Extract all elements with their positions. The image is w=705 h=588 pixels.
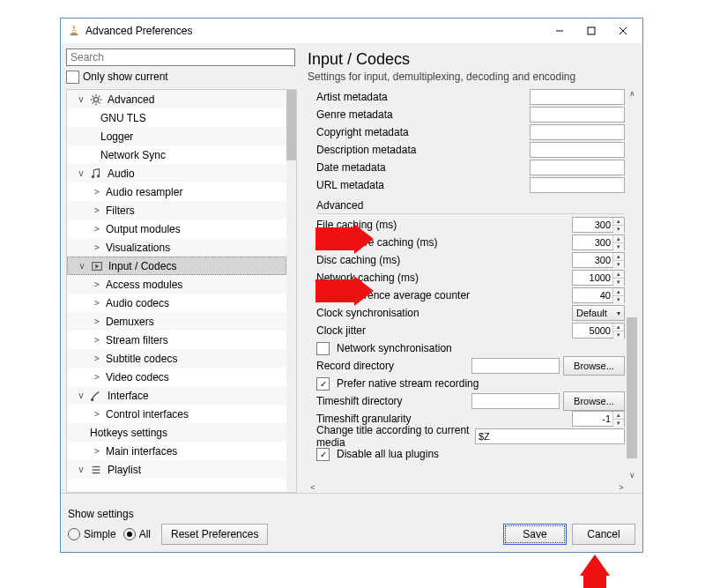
radio-all[interactable] [123, 528, 136, 540]
timeshift-dir-browse-button[interactable]: Browse... [563, 391, 625, 411]
spin-buttons[interactable]: ▴▾ [612, 324, 624, 338]
chevron-right-icon[interactable] [92, 446, 102, 456]
tree-item-interface[interactable]: Interface [67, 386, 286, 405]
chevron-right-icon[interactable] [92, 298, 102, 308]
chevron-right-icon[interactable] [92, 279, 102, 289]
spin-buttons[interactable]: ▴▾ [612, 218, 624, 232]
settings-vertical-scrollbar[interactable]: ∧ ∨ [627, 88, 637, 480]
save-button[interactable]: Save [503, 524, 567, 545]
spin-buttons[interactable]: ▴▾ [612, 253, 624, 267]
scroll-down-icon[interactable]: ∨ [627, 470, 637, 480]
chevron-down-icon[interactable] [76, 465, 86, 474]
tree-item-control-interfaces[interactable]: Control interfaces [67, 405, 286, 423]
minimize-button[interactable] [544, 20, 575, 41]
chevron-right-icon[interactable] [92, 224, 102, 234]
prefer-native-row[interactable]: Prefer native stream recording [316, 375, 625, 392]
cancel-button[interactable]: Cancel [572, 524, 635, 545]
disc-caching-input[interactable]: 300 [573, 253, 612, 267]
timeshift-dir-input[interactable] [471, 393, 560, 409]
clock-sync-combo[interactable]: Default▾ [572, 305, 625, 321]
tree-item-filters[interactable]: Filters [67, 201, 286, 220]
disable-lua-row[interactable]: Disable all lua plugins [316, 445, 625, 463]
settings-vertical-thumb[interactable] [627, 317, 637, 458]
chevron-down-icon[interactable] [77, 261, 87, 271]
gear-icon [90, 93, 102, 106]
description-metadata-input[interactable] [530, 142, 625, 158]
chevron-down-icon[interactable] [76, 94, 86, 104]
clock-jitter-spin[interactable]: 5000▴▾ [572, 323, 625, 339]
disc-caching-spin[interactable]: 300▴▾ [572, 252, 625, 268]
live-caching-input[interactable]: 300 [573, 235, 612, 249]
clock-ref-input[interactable]: 40 [573, 288, 612, 302]
genre-metadata-input[interactable] [530, 107, 625, 123]
tree-item-logger[interactable]: Logger [67, 127, 286, 145]
timeshift-gran-input[interactable]: -1 [573, 412, 612, 426]
chevron-right-icon[interactable] [92, 372, 102, 382]
tree-item-video-codecs[interactable]: Video codecs [67, 368, 286, 386]
network-caching-spin[interactable]: 1000▴▾ [572, 270, 625, 286]
network-sync-checkbox[interactable] [316, 342, 330, 355]
timeshift-gran-spin[interactable]: -1▴▾ [572, 411, 625, 427]
file-caching-input[interactable]: 300 [573, 218, 612, 232]
maximize-button[interactable] [575, 20, 607, 41]
record-dir-input[interactable] [471, 358, 560, 374]
chevron-down-icon[interactable] [76, 391, 86, 400]
tree-item-network-sync[interactable]: Network Sync [67, 145, 286, 164]
tree-item-visualizations[interactable]: Visualizations [67, 238, 286, 257]
chevron-right-icon[interactable] [92, 205, 102, 215]
timeshift-gran-label: Timeshift granularity [316, 413, 572, 425]
tree-item-audio-resampler[interactable]: Audio resampler [67, 182, 286, 201]
chevron-right-icon[interactable] [92, 187, 102, 197]
tree-item-gnu-tls[interactable]: GNU TLS [67, 108, 286, 127]
chevron-down-icon[interactable] [76, 168, 86, 178]
spin-buttons[interactable]: ▴▾ [612, 288, 624, 302]
only-show-current-row[interactable]: Only show current [66, 68, 302, 86]
clock-jitter-input[interactable]: 5000 [573, 324, 612, 338]
file-caching-spin[interactable]: 300▴▾ [572, 217, 625, 233]
chevron-right-icon[interactable] [92, 335, 102, 345]
radio-simple[interactable] [68, 528, 80, 540]
date-metadata-input[interactable] [530, 160, 625, 175]
only-show-current-checkbox[interactable] [66, 71, 79, 84]
search-input[interactable] [66, 48, 295, 66]
url-metadata-input[interactable] [530, 177, 625, 193]
tree-item-advanced[interactable]: Advanced [67, 90, 286, 108]
spin-buttons[interactable]: ▴▾ [612, 235, 624, 249]
prefer-native-checkbox[interactable] [316, 377, 330, 391]
scroll-up-icon[interactable]: ∧ [627, 88, 637, 99]
tree-item-playlist[interactable]: Playlist [67, 460, 286, 479]
chevron-right-icon[interactable] [92, 316, 102, 326]
copyright-metadata-input[interactable] [530, 124, 625, 140]
tree-scrollbar[interactable] [286, 90, 296, 492]
change-title-input[interactable] [475, 428, 625, 444]
scroll-left-icon[interactable]: < [308, 482, 318, 493]
disable-lua-checkbox[interactable] [316, 448, 330, 461]
chevron-right-icon[interactable] [92, 354, 102, 363]
tree-item-hotkeys-settings[interactable]: Hotkeys settings [67, 423, 286, 442]
chevron-right-icon[interactable] [92, 242, 102, 252]
settings-horizontal-scrollbar[interactable]: < > [308, 482, 627, 493]
tree-item-audio[interactable]: Audio [67, 164, 286, 182]
tree-item-output-modules[interactable]: Output modules [67, 220, 286, 238]
spin-buttons[interactable]: ▴▾ [612, 271, 624, 285]
tree-item-demuxers[interactable]: Demuxers [67, 312, 286, 331]
disable-lua-label: Disable all lua plugins [337, 448, 625, 460]
tree-scrollbar-thumb[interactable] [286, 90, 296, 160]
tree-item-access-modules[interactable]: Access modules [67, 275, 286, 294]
tree-item-stream-filters[interactable]: Stream filters [67, 331, 286, 349]
network-sync-row[interactable]: Network synchronisation [316, 339, 625, 357]
clock-ref-spin[interactable]: 40▴▾ [572, 287, 625, 303]
spin-buttons[interactable]: ▴▾ [612, 412, 624, 426]
tree-item-main-interfaces[interactable]: Main interfaces [67, 442, 286, 460]
live-caching-spin[interactable]: 300▴▾ [572, 234, 625, 250]
reset-preferences-button[interactable]: Reset Preferences [161, 524, 268, 545]
record-dir-browse-button[interactable]: Browse... [563, 356, 625, 376]
tree-item-subtitle-codecs[interactable]: Subtitle codecs [67, 349, 286, 368]
scroll-right-icon[interactable]: > [616, 482, 627, 493]
close-button[interactable] [607, 20, 639, 41]
chevron-right-icon[interactable] [92, 409, 102, 419]
tree-item-input-codecs[interactable]: Input / Codecs [67, 257, 286, 275]
artist-metadata-input[interactable] [530, 89, 625, 105]
tree-item-audio-codecs[interactable]: Audio codecs [67, 294, 286, 312]
network-caching-input[interactable]: 1000 [573, 271, 612, 285]
